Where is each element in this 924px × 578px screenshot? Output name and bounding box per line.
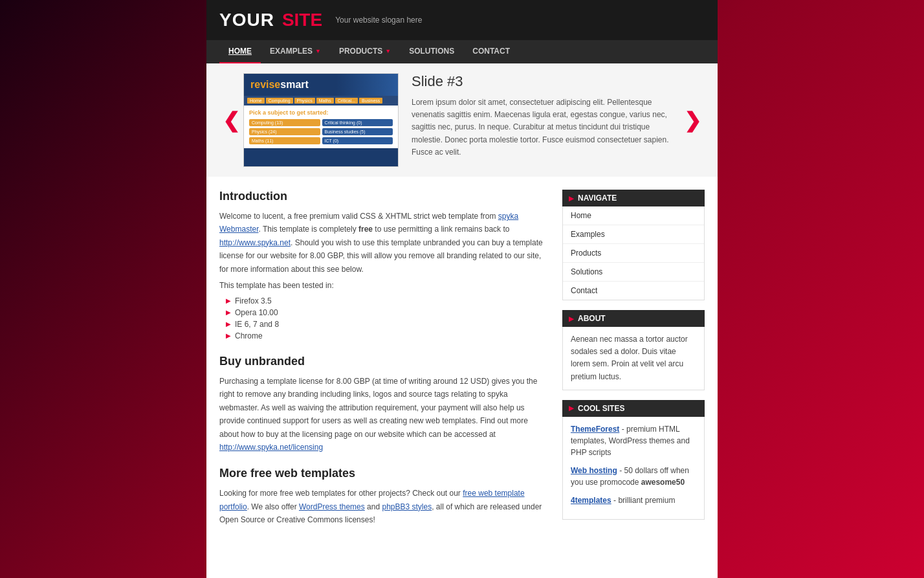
slide-body: Lorem ipsum dolor sit amet, consectetuer…	[412, 96, 681, 159]
slide-title: Slide #3	[412, 73, 681, 90]
list-item-text: Opera 10.00	[235, 308, 278, 317]
sidebar-item-contact[interactable]: Contact	[563, 282, 704, 300]
cool-sites-list: ThemeForest - premium HTML templates, Wo…	[562, 417, 705, 520]
list-item: ▶Firefox 3.5	[226, 295, 549, 307]
tested-label: This template has been tested in:	[219, 281, 549, 290]
themeforest-link[interactable]: ThemeForest	[571, 425, 619, 434]
sidebar: ▶ NAVIGATE Home Examples Products Soluti…	[562, 190, 705, 531]
cool-sites-heading: COOL SITES	[578, 404, 624, 413]
list-item: ▶Chrome	[226, 330, 549, 342]
slide-img-title: revisesmart	[244, 74, 398, 96]
btn-business: Business studies (5)	[322, 128, 393, 135]
phpbb3-styles-link[interactable]: phpBB3 styles	[382, 502, 432, 511]
list-item-text: Firefox 3.5	[235, 296, 272, 306]
btn-physics: Physics (24)	[249, 128, 320, 135]
main-nav: HOME EXAMPLES ▼ PRODUCTS ▼ SOLUTIONS CON…	[206, 40, 718, 63]
cool-sites-widget: ▶ COOL SITES ThemeForest - premium HTML …	[562, 400, 705, 520]
free-text-3: and	[365, 502, 382, 511]
free-heading: More free web templates	[219, 467, 549, 480]
chevron-down-icon: ▼	[315, 48, 321, 54]
nav-item-examples[interactable]: EXAMPLES ▼	[261, 40, 330, 63]
nav-physics: Physics	[294, 98, 315, 104]
about-heading: ABOUT	[578, 314, 606, 323]
slider-prev-button[interactable]: ❮	[219, 108, 243, 133]
sidebar-item-examples[interactable]: Examples	[563, 225, 704, 244]
buy-heading: Buy unbranded	[219, 355, 549, 368]
site-header: YOURSITE Your website slogan here	[206, 0, 718, 40]
bullet-arrow-icon: ▶	[226, 332, 231, 339]
btn-ict: ICT (0)	[322, 137, 393, 144]
list-item: ▶Opera 10.00	[226, 307, 549, 318]
cool-site-4templates: 4templates - brilliant premium	[571, 495, 696, 506]
main-column: Introduction Welcome to lucent, a free p…	[219, 190, 562, 531]
bullet-arrow-icon: ▶	[226, 297, 231, 304]
sidebar-item-products[interactable]: Products	[563, 244, 704, 263]
free-text-1: Looking for more free web templates for …	[219, 489, 463, 498]
sidebar-item-home[interactable]: Home	[563, 206, 704, 225]
nav-item-home[interactable]: HOME	[219, 40, 261, 63]
site-slogan: Your website slogan here	[335, 16, 422, 25]
navigate-widget: ▶ NAVIGATE Home Examples Products Soluti…	[562, 190, 705, 300]
navigate-heading: NAVIGATE	[578, 194, 617, 203]
slide-img-body: Pick a subject to get started: Computing…	[244, 106, 398, 148]
bullet-arrow-icon: ▶	[226, 309, 231, 316]
navigate-nav-list: Home Examples Products Solutions Contact	[562, 206, 705, 300]
list-item: ▶IE 6, 7 and 8	[226, 318, 549, 330]
nav-maths: Maths	[316, 98, 334, 104]
cool-site-webhosting: Web hosting - 50 dollars off when you us…	[571, 465, 696, 488]
wordpress-themes-link[interactable]: WordPress themes	[299, 502, 365, 511]
cool-site-themeforest: ThemeForest - premium HTML templates, Wo…	[571, 423, 696, 458]
nav-business: Business	[359, 98, 382, 104]
intro-text-1: Welcome to lucent, a free premium valid …	[219, 212, 498, 221]
intro-text-2: . This template is completely free to us…	[258, 225, 509, 234]
about-widget-header: ▶ ABOUT	[562, 310, 705, 327]
bullet-list: ▶Firefox 3.5 ▶Opera 10.00 ▶IE 6, 7 and 8…	[226, 295, 549, 342]
list-item-text: Chrome	[235, 331, 263, 340]
nav-item-solutions[interactable]: SOLUTIONS	[400, 40, 463, 63]
buy-text-content: Purchasing a template license for 8.00 G…	[219, 377, 537, 439]
btn-computing: Computing (13)	[249, 119, 320, 126]
about-widget: ▶ ABOUT Aenean nec massa a tortor auctor…	[562, 310, 705, 390]
arrow-icon: ▶	[569, 315, 574, 322]
free-text-2: . We also offer	[247, 502, 299, 511]
chevron-down-icon: ▼	[385, 48, 391, 54]
cool-sites-header: ▶ COOL SITES	[562, 400, 705, 417]
list-item-text: IE 6, 7 and 8	[235, 320, 279, 329]
nav-computing: Computing	[266, 98, 293, 104]
content-area: Introduction Welcome to lucent, a free p…	[206, 177, 718, 544]
site-title-site: SITE	[282, 10, 322, 30]
buy-paragraph: Purchasing a template license for 8.00 G…	[219, 375, 549, 454]
nav-item-products[interactable]: PRODUCTS ▼	[330, 40, 400, 63]
arrow-icon: ▶	[569, 405, 574, 412]
smart-text: smart	[280, 79, 309, 90]
webhosting-link[interactable]: Web hosting	[571, 466, 617, 475]
slider-next-button[interactable]: ❯	[681, 108, 705, 133]
intro-heading: Introduction	[219, 190, 549, 203]
4templates-link[interactable]: 4templates	[571, 496, 611, 505]
free-paragraph: Looking for more free web templates for …	[219, 487, 549, 526]
nav-home: Home	[247, 98, 265, 104]
bullet-arrow-icon: ▶	[226, 320, 231, 328]
slider-content: revisesmart Home Computing Physics Maths…	[243, 73, 681, 167]
btn-critical: Critical thinking (0)	[322, 119, 393, 126]
nav-critical: Critical...	[335, 98, 358, 104]
slide-img-grid: Computing (13) Critical thinking (0) Phy…	[249, 119, 393, 144]
revise-text: revise	[250, 79, 280, 90]
navigate-widget-header: ▶ NAVIGATE	[562, 190, 705, 206]
4templates-desc: - brilliant premium	[613, 496, 675, 505]
about-body: Aenean nec massa a tortor auctor sodales…	[562, 327, 705, 390]
arrow-icon: ▶	[569, 195, 574, 202]
spyka-net-link[interactable]: http://www.spyka.net	[219, 238, 291, 247]
slider-section: ❮ revisesmart Home Computing Physics Mat…	[206, 63, 718, 177]
sidebar-item-solutions[interactable]: Solutions	[563, 263, 704, 282]
slide-text: Slide #3 Lorem ipsum dolor sit amet, con…	[412, 73, 681, 159]
slide-image: revisesmart Home Computing Physics Maths…	[243, 73, 399, 167]
licensing-link[interactable]: http://www.spyka.net/licensing	[219, 443, 323, 452]
slide-img-subtitle: Pick a subject to get started:	[249, 109, 393, 116]
intro-paragraph-1: Welcome to lucent, a free premium valid …	[219, 210, 549, 276]
site-title-your: YOUR	[219, 10, 274, 30]
btn-maths: Maths (11)	[249, 137, 320, 144]
nav-item-contact[interactable]: CONTACT	[463, 40, 519, 63]
slide-img-nav: Home Computing Physics Maths Critical...…	[244, 96, 398, 106]
